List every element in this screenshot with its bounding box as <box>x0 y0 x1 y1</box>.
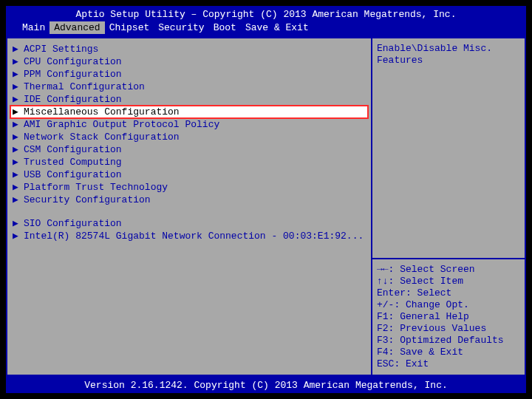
menu-item[interactable]: ▶Miscellaneous Configuration <box>10 106 368 118</box>
key-help-line: F2: Previous Values <box>377 323 520 335</box>
menu-item-label: Miscellaneous Configuration <box>24 106 180 117</box>
title-bar: Aptio Setup Utility – Copyright (C) 2013… <box>6 6 526 21</box>
menu-item[interactable]: ▶AMI Graphic Output Protocol Policy <box>10 118 368 131</box>
key-help-list: →←: Select Screen↑↓: Select ItemEnter: S… <box>377 264 520 370</box>
submenu-arrow-icon: ▶ <box>12 56 19 67</box>
submenu-arrow-icon: ▶ <box>12 169 19 180</box>
submenu-arrow-icon: ▶ <box>12 44 19 55</box>
menu-item-label: Security Configuration <box>24 194 151 205</box>
key-help-line: →←: Select Screen <box>377 264 520 276</box>
work-area: ▶ACPI Settings▶CPU Configuration▶PPM Con… <box>6 35 526 378</box>
menu-item-label: AMI Graphic Output Protocol Policy <box>24 119 219 130</box>
key-help-line: F4: Save & Exit <box>377 347 520 358</box>
footer-text: Version 2.16.1242. Copyright (C) 2013 Am… <box>84 380 447 391</box>
menu-item-label: ACPI Settings <box>24 44 98 55</box>
key-help-line: F1: General Help <box>377 311 520 323</box>
key-help-line: Enter: Select <box>377 287 520 299</box>
menu-item[interactable]: ▶SIO Configuration <box>10 217 368 230</box>
menu-pane: ▶ACPI Settings▶CPU Configuration▶PPM Con… <box>6 37 371 376</box>
submenu-arrow-icon: ▶ <box>12 182 19 193</box>
menu-item-label: Intel(R) 82574L Gigabit Network Connecti… <box>24 231 364 242</box>
menu-item-label: Platform Trust Technology <box>24 182 168 193</box>
menu-item[interactable]: ▶Platform Trust Technology <box>10 181 368 194</box>
footer-bar: Version 2.16.1242. Copyright (C) 2013 Am… <box>6 378 526 393</box>
menu-item-label: USB Configuration <box>24 169 122 180</box>
menu-bar: MainAdvancedChipsetSecurityBootSave & Ex… <box>6 21 526 35</box>
menu-item-label: PPM Configuration <box>24 69 122 80</box>
menu-item[interactable]: ▶IDE Configuration <box>10 93 368 106</box>
submenu-arrow-icon: ▶ <box>12 132 19 143</box>
tab-boot[interactable]: Boot <box>209 21 241 34</box>
submenu-arrow-icon: ▶ <box>12 157 19 168</box>
key-help-line: F3: Optimized Defaults <box>377 335 520 347</box>
menu-item-label: CSM Configuration <box>24 144 122 155</box>
submenu-arrow-icon: ▶ <box>12 231 19 242</box>
menu-group-spacer <box>10 206 368 217</box>
menu-item-label: IDE Configuration <box>24 94 122 105</box>
tab-save-exit[interactable]: Save & Exit <box>241 21 313 34</box>
menu-item[interactable]: ▶CSM Configuration <box>10 143 368 156</box>
key-help-line: ↑↓: Select Item <box>377 276 520 287</box>
key-help-line: +/-: Change Opt. <box>377 299 520 311</box>
help-description: Enable\Disable Misc. Features <box>377 43 520 66</box>
tab-main[interactable]: Main <box>18 21 50 34</box>
submenu-arrow-icon: ▶ <box>12 218 19 229</box>
menu-item[interactable]: ▶Trusted Computing <box>10 156 368 168</box>
menu-item-label: Thermal Configuration <box>24 81 145 92</box>
submenu-arrow-icon: ▶ <box>12 69 19 80</box>
menu-item-label: Network Stack Configuration <box>24 132 180 143</box>
menu-item-label: Trusted Computing <box>24 157 122 168</box>
submenu-arrow-icon: ▶ <box>12 81 19 92</box>
help-divider <box>372 258 525 259</box>
menu-item[interactable]: ▶ACPI Settings <box>10 43 368 55</box>
submenu-arrow-icon: ▶ <box>12 119 19 130</box>
title-text: Aptio Setup Utility – Copyright (C) 2013… <box>76 9 457 20</box>
menu-item[interactable]: ▶Network Stack Configuration <box>10 131 368 143</box>
menu-item[interactable]: ▶Security Configuration <box>10 194 368 206</box>
tab-security[interactable]: Security <box>154 21 208 34</box>
menu-item[interactable]: ▶CPU Configuration <box>10 55 368 68</box>
tab-advanced[interactable]: Advanced <box>50 21 104 34</box>
menu-item-label: SIO Configuration <box>24 218 122 229</box>
submenu-arrow-icon: ▶ <box>12 194 19 205</box>
key-help-line: ESC: Exit <box>377 358 520 370</box>
help-pane: Enable\Disable Misc. Features →←: Select… <box>371 37 526 376</box>
menu-item[interactable]: ▶Thermal Configuration <box>10 81 368 93</box>
submenu-arrow-icon: ▶ <box>12 94 19 105</box>
menu-item[interactable]: ▶Intel(R) 82574L Gigabit Network Connect… <box>10 230 368 242</box>
bios-screen: Aptio Setup Utility – Copyright (C) 2013… <box>0 0 532 399</box>
menu-item-label: CPU Configuration <box>24 56 122 67</box>
menu-item[interactable]: ▶USB Configuration <box>10 168 368 181</box>
submenu-arrow-icon: ▶ <box>12 144 19 155</box>
menu-item[interactable]: ▶PPM Configuration <box>10 68 368 81</box>
tab-chipset[interactable]: Chipset <box>105 21 154 34</box>
submenu-arrow-icon: ▶ <box>12 106 19 117</box>
help-spacer <box>377 66 520 253</box>
